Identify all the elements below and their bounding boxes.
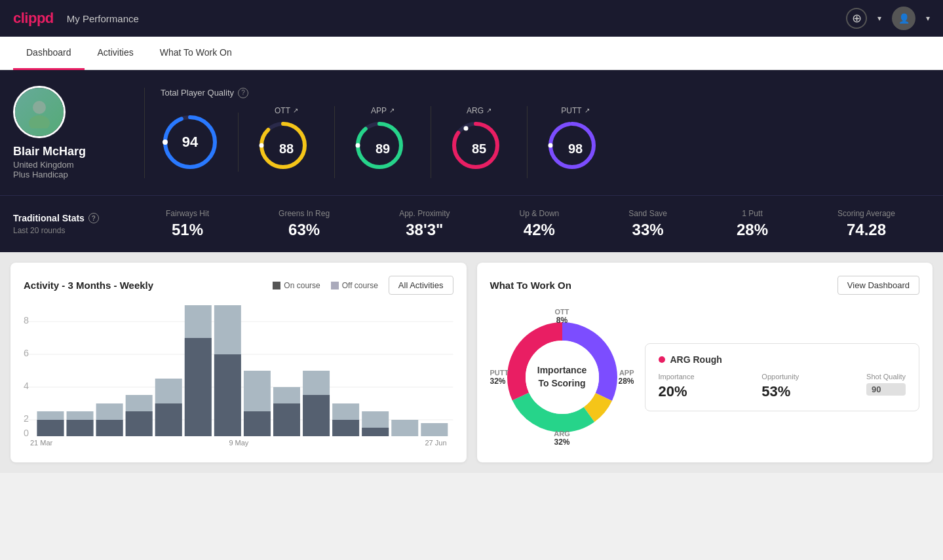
total-quality-info-icon[interactable]: ?: [238, 88, 248, 98]
donut-center-text: ImportanceTo Scoring: [537, 364, 587, 390]
x-label-3: 27 Jun: [425, 439, 446, 447]
trad-stat-label: 1 Putt: [742, 209, 762, 218]
stats-section: Blair McHarg United Kingdom Plus Handica…: [0, 70, 943, 195]
header: clippd My Performance ⊕ ▾ 👤 ▾: [0, 0, 943, 37]
opportunity-label: Opportunity: [761, 373, 799, 381]
bar-on-course: [37, 420, 64, 436]
circle-putt: 98: [546, 119, 605, 178]
add-button[interactable]: ⊕: [846, 8, 867, 29]
svg-text:6: 6: [24, 348, 29, 358]
score-app: APP ↗ 89: [335, 106, 431, 178]
scores-area: Total Player Quality ? 94 OTT: [144, 88, 930, 178]
bar-on-course: [303, 395, 330, 436]
trad-stat: Sand Save 33%: [628, 209, 667, 239]
bar-on-course: [155, 403, 182, 436]
trad-stat-value: 38'3": [406, 221, 443, 239]
chart-legend: On course Off course: [273, 281, 378, 290]
trad-sublabel: Last 20 rounds: [13, 226, 131, 235]
trad-stat: Up & Down 42%: [520, 209, 560, 239]
player-handicap: Plus Handicap: [13, 170, 68, 179]
trad-stat-value: 74.28: [847, 221, 886, 239]
trad-stat: App. Proximity 38'3": [399, 209, 450, 239]
header-chevron-icon: ▾: [877, 14, 881, 23]
trad-stat-value: 51%: [172, 221, 203, 239]
trad-stat-value: 33%: [632, 221, 664, 239]
trad-stat-label: Scoring Average: [837, 209, 895, 218]
chart-x-labels: 21 Mar 9 May 27 Jun: [24, 439, 453, 447]
arg-donut-label: ARG 32%: [554, 430, 569, 447]
shot-quality-label: Shot Quality: [866, 373, 906, 381]
tab-what-to-work-on[interactable]: What To Work On: [147, 37, 245, 70]
app-donut-label: APP 28%: [618, 369, 634, 386]
score-putt-value: 98: [568, 141, 583, 156]
score-total-value: 94: [182, 134, 198, 151]
logo: clippd My Performance: [13, 10, 139, 27]
svg-text:2: 2: [24, 413, 29, 424]
arg-opportunity: Opportunity 53%: [761, 373, 799, 400]
circle-arg: 85: [450, 119, 509, 178]
avatar[interactable]: 👤: [892, 7, 915, 30]
svg-text:0: 0: [24, 428, 29, 436]
arg-rough-card: ARG Rough Importance 20% Opportunity 53%…: [645, 343, 920, 411]
trad-stat: Greens In Reg 63%: [279, 209, 330, 239]
svg-point-1: [29, 115, 50, 128]
trad-stat-label: Fairways Hit: [166, 209, 209, 218]
bar-on-course: [362, 428, 389, 436]
score-app-label: APP ↗: [371, 106, 395, 115]
arg-card-title: ARG Rough: [659, 354, 906, 365]
trad-stat-value: 63%: [288, 221, 320, 239]
off-course-label: Off course: [342, 281, 378, 290]
player-country: United Kingdom: [13, 160, 74, 170]
tab-activities[interactable]: Activities: [85, 37, 147, 70]
score-arg-label: ARG ↗: [467, 106, 491, 115]
bar-on-course: [96, 420, 123, 436]
view-dashboard-button[interactable]: View Dashboard: [837, 276, 919, 295]
circle-total: 94: [161, 113, 220, 172]
trad-stat-value: 28%: [737, 221, 768, 239]
total-quality-label: Total Player Quality ?: [161, 88, 930, 98]
ott-donut-label: OTT 8%: [555, 308, 569, 325]
bar-on-course: [185, 338, 212, 436]
trad-label-area: Traditional Stats ? Last 20 rounds: [13, 213, 131, 235]
bar-on-course: [67, 420, 94, 436]
putt-arrow-icon: ↗: [585, 107, 590, 114]
header-right: ⊕ ▾ 👤 ▾: [846, 7, 930, 30]
x-label-2: 9 May: [229, 439, 248, 447]
plus-icon: ⊕: [852, 11, 862, 26]
bar-off-course: [391, 420, 418, 436]
score-total: 94: [161, 113, 239, 172]
trad-stat: Scoring Average 74.28: [837, 209, 895, 239]
on-course-label: On course: [284, 281, 320, 290]
score-app-value: 89: [375, 141, 390, 156]
trad-stat-label: Sand Save: [628, 209, 667, 218]
x-label-1: 21 Mar: [30, 439, 52, 447]
putt-donut-label: PUTT 32%: [490, 369, 509, 386]
trad-stat-label: Greens In Reg: [279, 209, 330, 218]
trad-stat-value: 42%: [524, 221, 555, 239]
score-putt-label: PUTT ↗: [561, 106, 589, 115]
score-putt: PUTT ↗ 98: [528, 106, 623, 178]
activity-chart-panel: Activity - 3 Months - Weekly On course O…: [10, 263, 467, 462]
score-arg-value: 85: [472, 141, 486, 156]
svg-text:8: 8: [24, 315, 29, 326]
trad-stats-row: Fairways Hit 51% Greens In Reg 63% App. …: [131, 209, 930, 239]
trad-stat: 1 Putt 28%: [737, 209, 768, 239]
legend-off-course: Off course: [331, 281, 378, 290]
avatar-initials: 👤: [898, 13, 910, 24]
trad-stat-label: App. Proximity: [399, 209, 450, 218]
score-arg: ARG ↗ 85: [431, 106, 528, 178]
arg-stats-row: Importance 20% Opportunity 53% Shot Qual…: [659, 373, 906, 400]
player-avatar-image: [15, 88, 64, 136]
donut-chart: OTT 8% APP 28% ARG 32% PUTT 32% Importan…: [490, 305, 634, 449]
player-name: Blair McHarg: [13, 145, 86, 159]
trad-info-icon[interactable]: ?: [88, 213, 99, 223]
score-ott-value: 88: [279, 141, 294, 156]
all-activities-button[interactable]: All Activities: [389, 276, 453, 295]
arg-dot-icon: [659, 356, 665, 363]
player-info: Blair McHarg United Kingdom Plus Handica…: [13, 86, 144, 179]
importance-label: Importance: [659, 373, 695, 381]
nav-tabs: Dashboard Activities What To Work On: [0, 37, 943, 70]
tab-dashboard[interactable]: Dashboard: [13, 37, 85, 70]
chart-area: 8 6 4 2 0 21 Mar 9 May 27 Jun: [24, 305, 453, 449]
score-ott-label: OTT ↗: [275, 106, 298, 115]
